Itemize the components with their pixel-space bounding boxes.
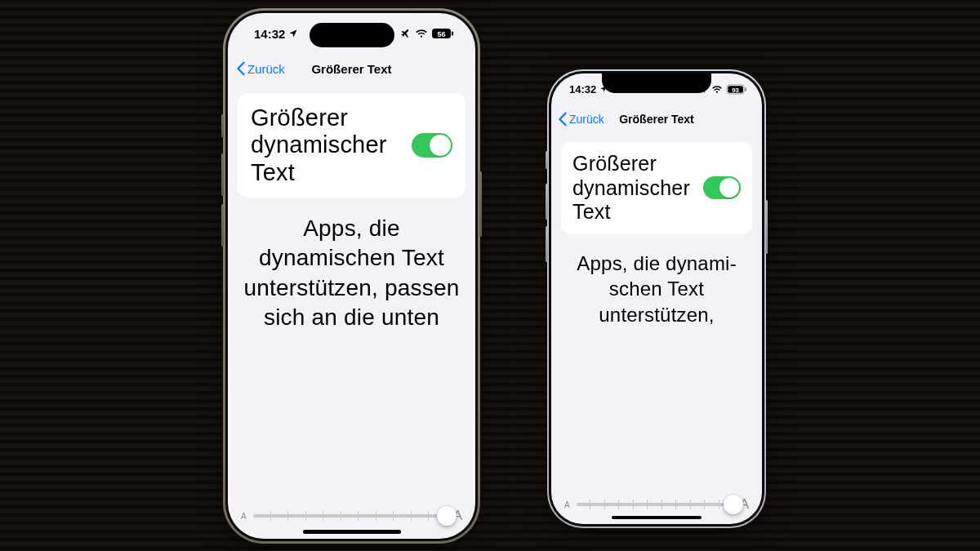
- text-size-slider[interactable]: A A: [564, 496, 749, 513]
- dynamic-island: [310, 23, 394, 47]
- wifi-icon: [415, 29, 428, 38]
- svg-text:56: 56: [437, 30, 445, 38]
- svg-rect-5: [745, 87, 746, 91]
- back-label: Zurück: [247, 62, 285, 76]
- mute-switch: [221, 114, 224, 137]
- volume-down-button: [546, 226, 548, 262]
- nav-bar: Zurück Größerer Text: [551, 104, 762, 134]
- iphone-14-pro: 14:32 56 Zurück Größerer Text: [223, 8, 480, 544]
- toggle-label: Größerer dynami­scher Text: [572, 152, 695, 224]
- description-text: Apps, die dynamischen Text unterstützen,…: [243, 214, 461, 333]
- battery-icon: 56: [431, 28, 454, 39]
- chevron-left-icon: [236, 61, 246, 76]
- settings-content[interactable]: Größerer dynami­scher Text Apps, die dyn…: [228, 88, 475, 503]
- iphone-13-mini: 14:32 93 Zurück Größerer Text: [547, 69, 766, 528]
- chevron-left-icon: [558, 112, 568, 127]
- content-fade: [551, 442, 762, 491]
- volume-up-button: [546, 184, 548, 220]
- slider-thumb[interactable]: [724, 495, 743, 514]
- back-button[interactable]: Zurück: [236, 61, 285, 76]
- settings-content[interactable]: Größerer dynami­scher Text Apps, die dyn…: [551, 137, 762, 491]
- text-size-slider[interactable]: A A: [241, 508, 462, 524]
- nav-bar: Zurück Größerer Text: [228, 54, 475, 83]
- toggle-switch[interactable]: [412, 133, 452, 158]
- status-time: 14:32: [569, 83, 596, 96]
- toggle-switch[interactable]: [703, 176, 741, 199]
- back-button[interactable]: Zurück: [558, 112, 604, 127]
- side-button: [765, 200, 768, 254]
- airplane-icon: [400, 28, 412, 39]
- back-label: Zurück: [569, 113, 604, 126]
- side-button: [479, 171, 482, 237]
- location-icon: [288, 29, 298, 38]
- mute-switch: [546, 151, 548, 169]
- notch: [602, 73, 711, 93]
- slider-track[interactable]: [253, 514, 447, 518]
- slider-thumb[interactable]: [437, 506, 457, 526]
- svg-text:93: 93: [732, 86, 739, 93]
- slider-small-icon: A: [564, 500, 570, 509]
- slider-small-icon: A: [241, 512, 247, 521]
- home-indicator[interactable]: [303, 530, 401, 534]
- volume-up-button: [221, 153, 224, 196]
- larger-text-toggle-row[interactable]: Größerer dynami­scher Text: [238, 93, 466, 198]
- slider-track[interactable]: [577, 503, 733, 506]
- volume-down-button: [221, 204, 224, 247]
- content-fade: [228, 454, 475, 503]
- status-time: 14:32: [254, 27, 285, 41]
- desk-surface: [0, 0, 980, 551]
- home-indicator[interactable]: [612, 516, 702, 519]
- description-text: Apps, die dynami­schen Text unterstützen…: [566, 251, 747, 328]
- svg-rect-1: [452, 32, 453, 36]
- larger-text-toggle-row[interactable]: Größerer dynami­scher Text: [561, 142, 752, 234]
- toggle-label: Größerer dynami­scher Text: [251, 104, 390, 186]
- battery-icon: 93: [726, 84, 747, 95]
- wifi-icon: [711, 85, 723, 94]
